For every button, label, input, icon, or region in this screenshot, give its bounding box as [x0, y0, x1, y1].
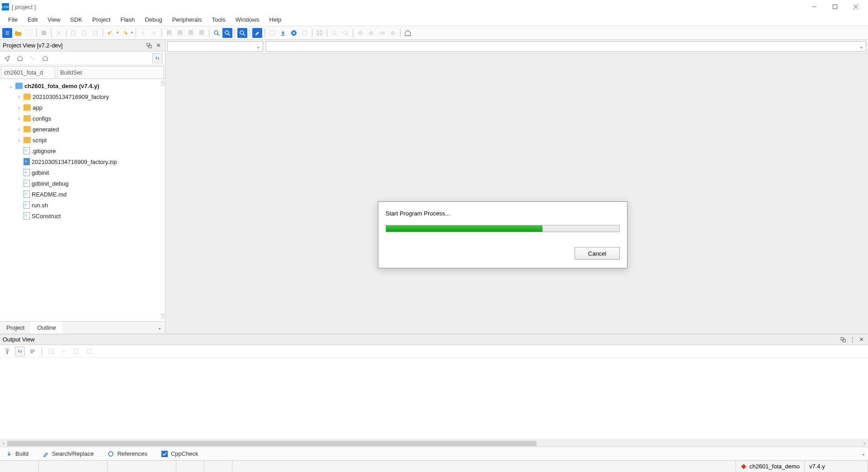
menu-debug[interactable]: Debug [140, 14, 166, 25]
house-icon[interactable] [41, 54, 50, 63]
undo-icon[interactable] [105, 28, 115, 38]
new-icon[interactable] [2, 28, 12, 38]
scroll-thumb[interactable] [7, 441, 537, 446]
highlight-icon[interactable] [252, 28, 262, 38]
copy-icon[interactable] [69, 28, 79, 38]
save-icon[interactable] [39, 28, 49, 38]
step-into-icon[interactable] [377, 28, 387, 38]
menu-edit[interactable]: Edit [23, 14, 42, 25]
project-tree[interactable]: ˄ ⌄ ch2601_fota_demo (v7.4.y) ›202103051… [0, 79, 165, 321]
project-selector[interactable]: ch2601_fota_d [1, 66, 55, 79]
scroll-left-icon[interactable]: ‹ [0, 441, 7, 446]
bookmark-clear-icon[interactable] [197, 28, 207, 38]
cancel-button[interactable]: Cancel [575, 247, 620, 260]
tree-file[interactable]: SConstruct [0, 210, 165, 221]
tree-folder[interactable]: ›20210305134716909_factory [0, 91, 165, 102]
link-output-icon[interactable] [15, 346, 25, 356]
clear-icon[interactable] [46, 346, 56, 356]
menu-flash[interactable]: Flash [116, 14, 140, 25]
tree-folder[interactable]: ›generated [0, 124, 165, 135]
output-body[interactable] [0, 358, 868, 439]
chevron-right-icon[interactable]: › [16, 116, 22, 121]
tree-folder[interactable]: ›script [0, 135, 165, 145]
redo-dropdown-icon[interactable]: ▼ [130, 31, 134, 35]
tree-icon[interactable] [28, 54, 37, 63]
step-icon[interactable] [355, 28, 365, 38]
paste-output-icon[interactable] [84, 346, 94, 356]
menu-view[interactable]: View [43, 14, 65, 25]
buildset-selector[interactable]: BuildSet [57, 66, 164, 79]
bottom-tabs-dropdown-icon[interactable]: ⌄ [862, 451, 865, 456]
locate-icon[interactable] [3, 54, 12, 63]
tree-file[interactable]: gdbinit_debug [0, 178, 165, 189]
chevron-right-icon[interactable]: › [16, 105, 22, 110]
output-scrollbar[interactable]: ‹ › [0, 439, 868, 447]
close-button[interactable] [845, 0, 866, 14]
menu-help[interactable]: Help [265, 14, 286, 25]
tree-scroll-down[interactable]: ˅ [160, 313, 165, 319]
output-close-icon[interactable]: ✕ [857, 336, 865, 344]
chevron-right-icon[interactable]: › [16, 127, 22, 132]
link-toggle-icon[interactable] [152, 53, 162, 63]
zoom-in-icon[interactable] [330, 28, 340, 38]
zoom-out-icon[interactable] [340, 28, 350, 38]
undo-dropdown-icon[interactable]: ▼ [116, 31, 119, 35]
tree-scroll-up[interactable]: ˄ [160, 80, 165, 87]
menu-windows[interactable]: Windows [231, 14, 264, 25]
build-tab[interactable]: Build [3, 449, 31, 459]
output-detach-icon[interactable] [839, 336, 847, 344]
menu-peripherals[interactable]: Peripherals [168, 14, 207, 25]
tree-folder[interactable]: ›configs [0, 113, 165, 124]
search-tab[interactable]: Search/Replace [39, 449, 97, 459]
maximize-button[interactable] [825, 0, 845, 14]
save-output-icon[interactable] [59, 346, 69, 356]
bookmark-icon[interactable] [164, 28, 174, 38]
menu-tools[interactable]: Tools [207, 14, 230, 25]
chevron-right-icon[interactable]: › [16, 138, 22, 143]
tree-file[interactable]: .gitignore [0, 145, 165, 156]
outline-tab[interactable]: Outline [31, 322, 62, 334]
step-over-icon[interactable] [366, 28, 376, 38]
menu-project[interactable]: Project [88, 14, 115, 25]
search-icon[interactable] [212, 28, 222, 38]
tree-file[interactable]: 20210305134716909_factory.zip [0, 156, 165, 167]
panel-close-icon[interactable]: ✕ [154, 42, 162, 50]
menu-sdk[interactable]: SDK [66, 14, 87, 25]
tree-root[interactable]: ⌄ ch2601_fota_demo (v7.4.y) [0, 80, 165, 91]
cut-icon[interactable] [54, 28, 64, 38]
minimize-button[interactable] [804, 0, 825, 14]
nav-forward-icon[interactable]: > [149, 28, 159, 38]
tree-file[interactable]: gdbinit [0, 167, 165, 178]
find-file-icon[interactable] [237, 28, 247, 38]
menu-file[interactable]: File [4, 14, 22, 25]
step-out-icon[interactable] [388, 28, 398, 38]
wrap-icon[interactable] [28, 346, 38, 356]
tree-file[interactable]: run.sh [0, 200, 165, 210]
scope-combo[interactable]: ⌄ [167, 41, 263, 51]
clipboard-icon[interactable] [90, 28, 100, 38]
open-icon[interactable] [13, 28, 23, 38]
stop-icon[interactable] [289, 28, 299, 38]
home-nav-icon[interactable] [15, 54, 24, 63]
home-icon[interactable] [403, 28, 413, 38]
download-icon[interactable] [278, 28, 288, 38]
tabs-dropdown-icon[interactable]: ⌄ [158, 325, 165, 330]
tree-file[interactable]: README.md [0, 189, 165, 200]
pin-icon[interactable] [2, 346, 12, 356]
search-active-icon[interactable] [222, 28, 232, 38]
paste-icon[interactable] [80, 28, 90, 38]
copy-output-icon[interactable] [71, 346, 81, 356]
nav-back-icon[interactable]: < [138, 28, 148, 38]
bookmark-prev-icon[interactable] [175, 28, 185, 38]
box-icon[interactable] [267, 28, 277, 38]
symbol-combo[interactable]: ⌄ [266, 41, 866, 51]
scroll-track[interactable] [7, 441, 861, 446]
tree-folder[interactable]: ›app [0, 102, 165, 113]
grid-icon[interactable] [315, 28, 325, 38]
chevron-right-icon[interactable]: › [16, 94, 22, 99]
project-tab[interactable]: Project [0, 322, 31, 334]
redo-icon[interactable] [120, 28, 130, 38]
bookmark-next-icon[interactable] [186, 28, 196, 38]
output-more-icon[interactable]: ⋮ [848, 336, 856, 344]
chevron-down-icon[interactable]: ⌄ [8, 84, 14, 89]
